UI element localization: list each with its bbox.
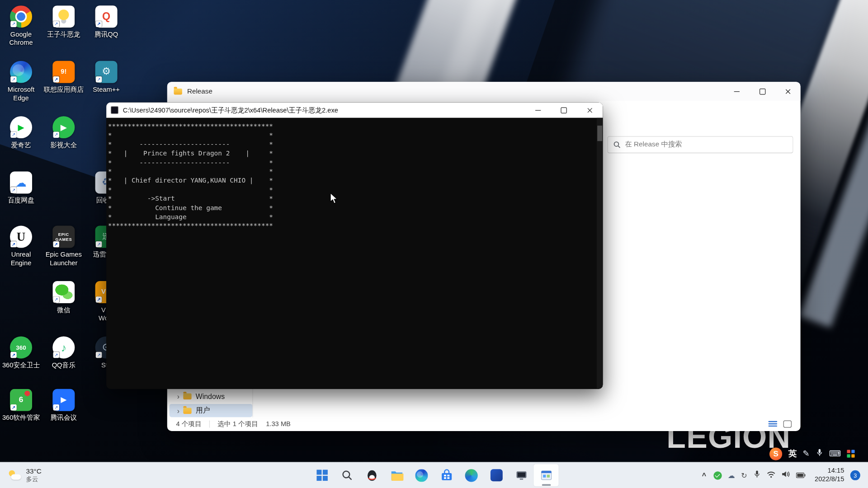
shortcut-arrow-icon: ↗ <box>96 352 102 358</box>
close-icon <box>785 88 791 94</box>
desktop-icon-unreal[interactable]: U↗ Unreal Engine <box>0 226 42 267</box>
qq-taskbar-button[interactable] <box>359 464 384 486</box>
desktop-icon-edge[interactable]: ↗ Microsoft Edge <box>0 61 42 103</box>
console-app-button[interactable] <box>533 464 558 486</box>
desktop-icon-lenovo[interactable]: 9!↗ 联想应用商店 <box>42 61 85 94</box>
battery-tray-icon[interactable] <box>796 470 805 480</box>
desktop-icon-soft360[interactable]: 6↗ 360软件管家 <box>0 389 42 422</box>
desktop-icon-chrome[interactable]: ↗ Google Chrome <box>0 5 42 47</box>
desktop-icon-meeting[interactable]: ▶↗ 腾讯会议 <box>42 389 85 422</box>
shortcut-arrow-icon: ↗ <box>53 241 59 247</box>
steampp-icon: ⚙↗ <box>95 61 118 83</box>
thumbnail-view-button[interactable] <box>783 420 792 427</box>
microphone-tray-icon[interactable] <box>753 470 760 481</box>
sogou-ime-bar[interactable]: S 英 ✎ ⌨ <box>769 446 854 461</box>
search-button[interactable] <box>335 464 359 486</box>
desktop-icon-label: 王子斗恶龙 <box>47 30 80 38</box>
desktop-icon-label: Steam++ <box>93 86 120 94</box>
shortcut-arrow-icon: ↗ <box>53 352 59 358</box>
edge-button[interactable] <box>409 464 434 486</box>
pen-icon[interactable]: ✎ <box>803 449 810 459</box>
search-placeholder: 在 Release 中搜索 <box>625 140 682 150</box>
shortcut-arrow-icon: ↗ <box>53 131 59 137</box>
search-icon <box>341 469 353 481</box>
console-window[interactable]: C:\Users\24907\source\repos\王子斗恶龙2\x64\R… <box>106 103 603 389</box>
explorer-search-input[interactable]: 在 Release 中搜索 <box>607 136 793 153</box>
ime-mode-indicator[interactable]: 英 <box>788 448 797 459</box>
shortcut-arrow-icon: ↗ <box>10 241 16 247</box>
chevron-right-icon: › <box>177 392 179 400</box>
start-button[interactable] <box>309 464 334 486</box>
keyboard-icon[interactable]: ⌨ <box>829 449 841 459</box>
explorer-window-title: Release <box>187 87 212 95</box>
tree-item-users[interactable]: › 用户 <box>170 404 253 417</box>
mic-icon[interactable] <box>816 448 823 459</box>
wifi-tray-icon[interactable] <box>766 470 775 480</box>
status-divider <box>209 420 210 427</box>
toolbox-icon[interactable] <box>847 450 855 458</box>
shortcut-arrow-icon: ↗ <box>53 404 59 410</box>
desktop-icon-ysdq[interactable]: ▶↗ 影视大全 <box>42 116 85 149</box>
notification-badge[interactable]: 3 <box>850 470 860 480</box>
security-tray-icon[interactable] <box>713 471 722 479</box>
desktop-icon-label: 腾讯QQ <box>94 30 118 38</box>
browser-button[interactable] <box>459 464 484 486</box>
taskbar: 33°C 多云 <box>0 462 868 488</box>
details-view-button[interactable] <box>768 420 778 427</box>
explorer-maximize-button[interactable] <box>750 82 775 101</box>
console-minimize-button[interactable] <box>525 103 551 118</box>
explorer-titlebar[interactable]: Release <box>167 82 801 101</box>
explorer-close-button[interactable] <box>775 82 800 101</box>
desktop-icon-qq[interactable]: Q↗ 腾讯QQ <box>85 5 127 38</box>
sync-tray-icon[interactable]: ↻ <box>741 471 747 479</box>
console-scrollbar[interactable] <box>597 118 603 389</box>
desktop-icon-label: Microsoft Edge <box>0 86 42 103</box>
console-window-title: C:\Users\24907\source\repos\王子斗恶龙2\x64\R… <box>123 105 338 115</box>
desktop-icon-label: 影视大全 <box>50 141 77 149</box>
desktop-icon-iqiyi[interactable]: ▶↗ 爱奇艺 <box>0 116 42 149</box>
volume-tray-icon[interactable] <box>782 470 790 480</box>
cmd-icon <box>111 106 118 114</box>
console-close-button[interactable] <box>577 103 603 118</box>
explorer-minimize-button[interactable] <box>724 82 750 101</box>
scrollbar-thumb[interactable] <box>597 126 602 141</box>
console-titlebar[interactable]: C:\Users\24907\source\repos\王子斗恶龙2\x64\R… <box>106 103 603 118</box>
shortcut-arrow-icon: ↗ <box>53 21 59 27</box>
weather-widget[interactable]: 33°C 多云 <box>5 463 45 488</box>
folder-icon <box>174 88 182 94</box>
monitor-icon <box>515 469 527 481</box>
desktop-icon-label: 360软件管家 <box>2 414 40 422</box>
tree-item-windows[interactable]: › Windows <box>170 389 253 403</box>
store-button[interactable] <box>434 464 459 486</box>
desktop-icon-label: Epic Games Launcher <box>42 251 85 267</box>
ysdq-icon: ▶↗ <box>52 116 75 138</box>
desktop-icon-label: 微信 <box>57 306 70 314</box>
baidu-icon: ☁↗ <box>10 172 32 194</box>
taskbar-clock[interactable]: 14:15 2022/8/15 <box>815 467 844 484</box>
cloud-tray-icon[interactable]: ☁ <box>728 471 735 479</box>
sogou-logo-icon[interactable]: S <box>769 447 782 460</box>
desktop-icon-safe360[interactable]: 360↗ 360安全卫士 <box>0 336 42 369</box>
screen-capture-button[interactable] <box>509 464 533 486</box>
folder-icon <box>184 408 192 413</box>
file-explorer-button[interactable] <box>384 464 409 486</box>
tree-item-label: 用户 <box>196 406 210 416</box>
shortcut-arrow-icon: ↗ <box>96 21 102 27</box>
desktop-icon-steampp[interactable]: ⚙↗ Steam++ <box>85 61 127 94</box>
edge-icon: ↗ <box>10 61 32 83</box>
desktop-icon-wechat[interactable]: ↗ 微信 <box>42 281 85 314</box>
desktop-icon-baidu[interactable]: ☁↗ 百度网盘 <box>0 172 42 205</box>
desktop-icon-bulb[interactable]: ↗ 王子斗恶龙 <box>42 5 85 38</box>
search-icon <box>613 141 621 148</box>
maximize-icon <box>561 107 566 113</box>
chevron-right-icon: › <box>177 406 179 414</box>
pinned-app-button[interactable] <box>484 464 509 486</box>
console-maximize-button[interactable] <box>551 103 577 118</box>
console-screen[interactable]: ****************************************… <box>106 118 603 389</box>
desktop-icon-qqmusic[interactable]: ♪↗ QQ音乐 <box>42 336 85 369</box>
desktop-icon-epic[interactable]: EPIC GAMES↗ Epic Games Launcher <box>42 226 85 267</box>
tray-expand-chevron[interactable]: ^ <box>702 471 706 479</box>
minimize-icon <box>734 91 740 91</box>
status-file-size: 1.33 MB <box>266 420 291 427</box>
clock-time: 14:15 <box>815 467 844 475</box>
